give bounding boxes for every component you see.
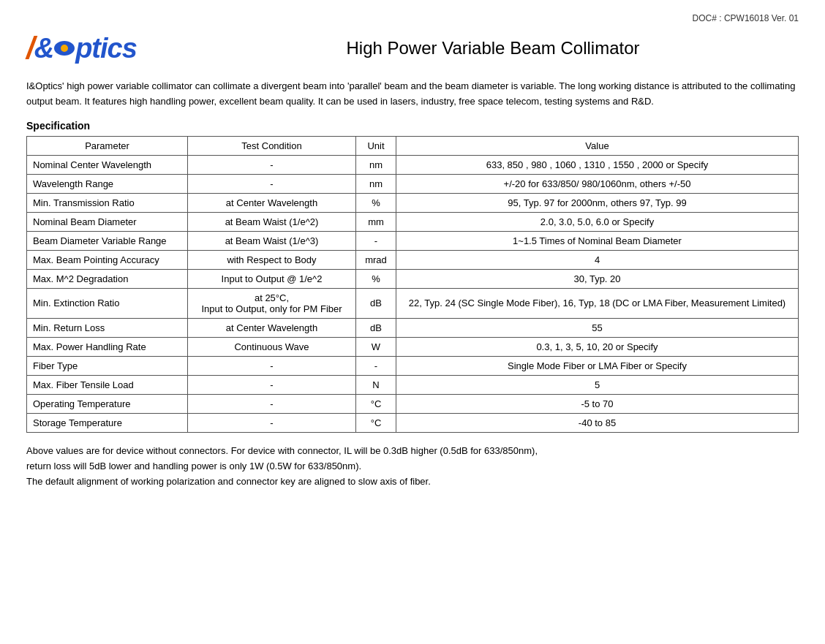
cell-test-condition: with Respect to Body: [188, 250, 356, 269]
cell-unit: nm: [356, 174, 396, 193]
table-header-row: Parameter Test Condition Unit Value: [27, 136, 799, 155]
cell-unit: -: [356, 231, 396, 250]
header-area: / & ptics High Power Variable Beam Colli…: [26, 31, 799, 66]
cell-unit: -: [356, 356, 396, 375]
cell-test-condition: -: [188, 375, 356, 394]
table-row: Max. M^2 DegradationInput to Output @ 1/…: [27, 269, 799, 288]
cell-value: -5 to 70: [396, 394, 799, 413]
logo-eye-icon: [54, 41, 75, 56]
col-header-unit: Unit: [356, 136, 396, 155]
cell-unit: °C: [356, 413, 396, 432]
table-row: Wavelength Range-nm+/-20 for 633/850/ 98…: [27, 174, 799, 193]
cell-value: 1~1.5 Times of Nominal Beam Diameter: [396, 231, 799, 250]
cell-value: 55: [396, 318, 799, 337]
cell-parameter: Beam Diameter Variable Range: [27, 231, 188, 250]
cell-parameter: Max. Beam Pointing Accuracy: [27, 250, 188, 269]
table-row: Min. Return Lossat Center WavelengthdB55: [27, 318, 799, 337]
table-row: Min. Extinction Ratioat 25°C,Input to Ou…: [27, 288, 799, 318]
footnote: Above values are for device without conn…: [26, 443, 799, 490]
cell-test-condition: Continuous Wave: [188, 337, 356, 356]
spec-heading: Specification: [26, 120, 799, 132]
spec-table: Parameter Test Condition Unit Value Nomi…: [26, 136, 799, 433]
table-row: Operating Temperature-°C-5 to 70: [27, 394, 799, 413]
cell-parameter: Nominal Beam Diameter: [27, 212, 188, 231]
cell-test-condition: at 25°C,Input to Output, only for PM Fib…: [188, 288, 356, 318]
cell-unit: dB: [356, 288, 396, 318]
cell-value: 4: [396, 250, 799, 269]
logo-amp: &: [34, 33, 53, 64]
table-row: Max. Beam Pointing Accuracywith Respect …: [27, 250, 799, 269]
logo-slash: /: [26, 31, 34, 66]
col-header-test: Test Condition: [188, 136, 356, 155]
cell-value: +/-20 for 633/850/ 980/1060nm, others +/…: [396, 174, 799, 193]
col-header-value: Value: [396, 136, 799, 155]
cell-parameter: Storage Temperature: [27, 413, 188, 432]
table-row: Min. Transmission Ratioat Center Wavelen…: [27, 193, 799, 212]
table-row: Max. Power Handling RateContinuous WaveW…: [27, 337, 799, 356]
cell-test-condition: at Beam Waist (1/e^3): [188, 231, 356, 250]
cell-unit: W: [356, 337, 396, 356]
page: DOC# : CPW16018 Ver. 01 / & ptics High P…: [0, 0, 825, 644]
cell-unit: N: [356, 375, 396, 394]
cell-parameter: Min. Transmission Ratio: [27, 193, 188, 212]
cell-unit: °C: [356, 394, 396, 413]
cell-test-condition: -: [188, 394, 356, 413]
cell-parameter: Wavelength Range: [27, 174, 188, 193]
cell-value: 95, Typ. 97 for 2000nm, others 97, Typ. …: [396, 193, 799, 212]
cell-parameter: Fiber Type: [27, 356, 188, 375]
cell-parameter: Operating Temperature: [27, 394, 188, 413]
description: I&Optics' high power variable collimator…: [26, 79, 799, 110]
cell-parameter: Max. Fiber Tensile Load: [27, 375, 188, 394]
cell-value: Single Mode Fiber or LMA Fiber or Specif…: [396, 356, 799, 375]
cell-test-condition: at Center Wavelength: [188, 193, 356, 212]
col-header-parameter: Parameter: [27, 136, 188, 155]
table-row: Fiber Type--Single Mode Fiber or LMA Fib…: [27, 356, 799, 375]
cell-value: 5: [396, 375, 799, 394]
cell-unit: nm: [356, 155, 396, 174]
logo-ptics: ptics: [75, 33, 137, 64]
cell-parameter: Min. Return Loss: [27, 318, 188, 337]
table-row: Storage Temperature-°C-40 to 85: [27, 413, 799, 432]
cell-parameter: Max. M^2 Degradation: [27, 269, 188, 288]
cell-test-condition: -: [188, 155, 356, 174]
cell-parameter: Min. Extinction Ratio: [27, 288, 188, 318]
cell-unit: %: [356, 193, 396, 212]
cell-test-condition: -: [188, 413, 356, 432]
cell-value: 30, Typ. 20: [396, 269, 799, 288]
table-row: Nominal Center Wavelength-nm633, 850 , 9…: [27, 155, 799, 174]
cell-test-condition: at Center Wavelength: [188, 318, 356, 337]
cell-value: 0.3, 1, 3, 5, 10, 20 or Specify: [396, 337, 799, 356]
cell-parameter: Max. Power Handling Rate: [27, 337, 188, 356]
cell-parameter: Nominal Center Wavelength: [27, 155, 188, 174]
logo-area: / & ptics: [26, 31, 187, 66]
cell-unit: mrad: [356, 250, 396, 269]
table-row: Nominal Beam Diameterat Beam Waist (1/e^…: [27, 212, 799, 231]
cell-value: -40 to 85: [396, 413, 799, 432]
cell-test-condition: -: [188, 356, 356, 375]
table-row: Max. Fiber Tensile Load-N5: [27, 375, 799, 394]
cell-value: 22, Typ. 24 (SC Single Mode Fiber), 16, …: [396, 288, 799, 318]
cell-unit: dB: [356, 318, 396, 337]
doc-number: DOC# : CPW16018 Ver. 01: [26, 13, 799, 23]
cell-value: 2.0, 3.0, 5.0, 6.0 or Specify: [396, 212, 799, 231]
cell-test-condition: at Beam Waist (1/e^2): [188, 212, 356, 231]
cell-value: 633, 850 , 980 , 1060 , 1310 , 1550 , 20…: [396, 155, 799, 174]
main-title: High Power Variable Beam Collimator: [187, 38, 799, 58]
title-area: High Power Variable Beam Collimator: [187, 38, 799, 58]
cell-unit: %: [356, 269, 396, 288]
cell-test-condition: Input to Output @ 1/e^2: [188, 269, 356, 288]
cell-test-condition: -: [188, 174, 356, 193]
table-row: Beam Diameter Variable Rangeat Beam Wais…: [27, 231, 799, 250]
cell-unit: mm: [356, 212, 396, 231]
logo: / & ptics: [26, 31, 137, 66]
